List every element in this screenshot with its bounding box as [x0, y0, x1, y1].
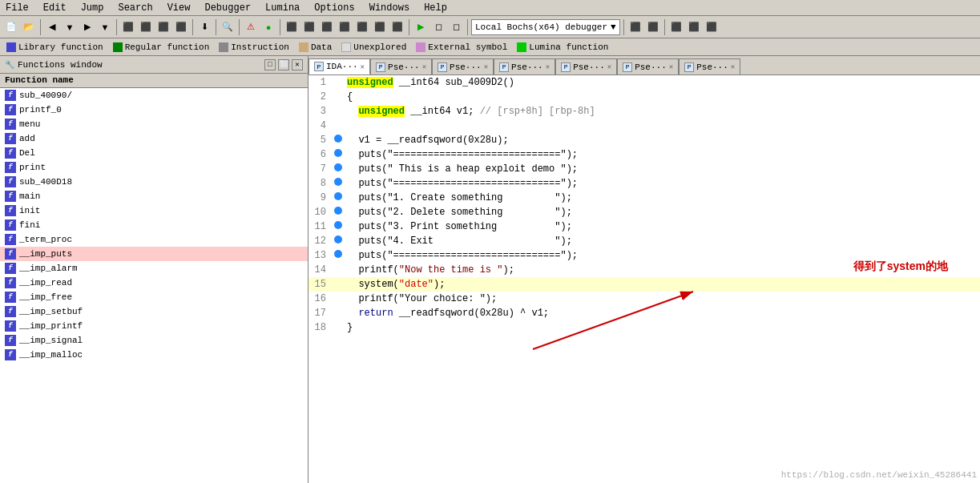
- function-list-item[interactable]: fsub_40090/: [0, 88, 308, 103]
- toolbar-debug4[interactable]: ⬛: [337, 18, 353, 36]
- menu-search[interactable]: Search: [115, 2, 155, 14]
- function-list-item[interactable]: f__imp_signal: [0, 333, 308, 348]
- function-icon: f: [5, 335, 16, 346]
- function-list-item[interactable]: f_term_proc: [0, 232, 308, 247]
- function-list-item[interactable]: fmain: [0, 189, 308, 203]
- tab-close-btn[interactable]: ✕: [422, 62, 426, 71]
- tab-close-btn[interactable]: ✕: [546, 62, 550, 71]
- breakpoint-cell[interactable]: [333, 147, 344, 162]
- function-list-item[interactable]: fsub_400D18: [0, 175, 308, 189]
- toolbar-btn3[interactable]: ⬛: [155, 18, 171, 36]
- breakpoint-cell[interactable]: [333, 90, 344, 104]
- tab-item[interactable]: PPse···✕: [617, 58, 679, 74]
- toolbar-extra1[interactable]: ⬛: [627, 18, 643, 36]
- breakpoint-cell[interactable]: [333, 75, 344, 90]
- toolbar-down[interactable]: ⬇: [196, 18, 212, 36]
- toolbar-extra5[interactable]: ⬛: [704, 18, 720, 36]
- menu-view[interactable]: View: [165, 2, 193, 14]
- breakpoint-cell[interactable]: [333, 119, 344, 133]
- breakpoint-cell[interactable]: [333, 162, 344, 176]
- tab-item[interactable]: PPse···✕: [370, 58, 432, 74]
- function-list-item[interactable]: fprintf_0: [0, 103, 308, 117]
- breakpoint-cell[interactable]: [333, 320, 344, 335]
- menu-options[interactable]: Options: [312, 2, 357, 14]
- function-list-item[interactable]: f__imp_free: [0, 290, 308, 304]
- panel-restore-btn[interactable]: □: [264, 59, 276, 70]
- panel-maximize-btn[interactable]: ⬜: [278, 59, 289, 70]
- menu-file[interactable]: File: [3, 2, 31, 14]
- toolbar-new[interactable]: 📄: [3, 18, 19, 36]
- function-list-item[interactable]: f__imp_setbuf: [0, 304, 308, 319]
- tab-close-btn[interactable]: ✕: [731, 62, 735, 71]
- function-list-item[interactable]: f__imp_printf: [0, 319, 308, 333]
- tab-close-btn[interactable]: ✕: [607, 62, 611, 71]
- toolbar-debug7[interactable]: ⬛: [389, 18, 405, 36]
- breakpoint-cell[interactable]: [333, 263, 344, 277]
- toolbar-btn4[interactable]: ⬛: [173, 18, 189, 36]
- toolbar-play[interactable]: ▶: [413, 18, 429, 36]
- toolbar-open[interactable]: 📂: [21, 18, 37, 36]
- tab-close-btn[interactable]: ✕: [484, 62, 488, 71]
- menu-edit[interactable]: Edit: [41, 2, 69, 14]
- breakpoint-cell[interactable]: [333, 306, 344, 320]
- toolbar-dropdown-back[interactable]: ▼: [62, 18, 78, 36]
- breakpoint-cell[interactable]: [333, 176, 344, 191]
- toolbar-debug2[interactable]: ⬛: [301, 18, 317, 36]
- toolbar-sep9: [623, 19, 624, 35]
- breakpoint-cell[interactable]: [333, 248, 344, 263]
- function-list-item[interactable]: fadd: [0, 131, 308, 146]
- legend-instruction-color: [219, 42, 228, 52]
- function-name: add: [19, 134, 35, 143]
- breakpoint-cell[interactable]: [333, 205, 344, 219]
- toolbar-debug1[interactable]: ⬛: [284, 18, 300, 36]
- tab-item[interactable]: PPse···✕: [555, 58, 617, 74]
- tab-item[interactable]: PPse···✕: [679, 58, 740, 74]
- menu-windows[interactable]: Windows: [367, 2, 412, 14]
- toolbar-back[interactable]: ◀: [44, 18, 60, 36]
- toolbar-search[interactable]: 🔍: [220, 18, 236, 36]
- function-list-item[interactable]: f__imp_puts: [0, 247, 308, 261]
- breakpoint-cell[interactable]: [333, 292, 344, 306]
- toolbar-extra3[interactable]: ⬛: [668, 18, 684, 36]
- function-name: __imp_malloc: [19, 350, 83, 360]
- toolbar-rect1[interactable]: ◻: [430, 18, 446, 36]
- toolbar-debug6[interactable]: ⬛: [372, 18, 388, 36]
- breakpoint-cell[interactable]: [333, 133, 344, 147]
- toolbar-rect2[interactable]: ◻: [448, 18, 464, 36]
- function-list-item[interactable]: f__imp_alarm: [0, 261, 308, 276]
- toolbar-alert[interactable]: ⚠: [243, 18, 259, 36]
- breakpoint-cell[interactable]: [333, 104, 344, 119]
- breakpoint-cell[interactable]: [333, 234, 344, 248]
- debugger-dropdown[interactable]: Local Bochs(x64) debugger ▼: [471, 19, 620, 35]
- function-list-item[interactable]: ffini: [0, 218, 308, 232]
- tab-item[interactable]: PPse···✕: [432, 58, 494, 74]
- tab-close-btn[interactable]: ✕: [669, 62, 673, 71]
- toolbar-btn1[interactable]: ⬛: [120, 18, 136, 36]
- function-list-item[interactable]: f__imp_read: [0, 276, 308, 290]
- toolbar-debug5[interactable]: ⬛: [354, 18, 370, 36]
- toolbar-forward[interactable]: ▶: [79, 18, 95, 36]
- menu-jump[interactable]: Jump: [79, 2, 107, 14]
- breakpoint-cell[interactable]: [333, 277, 344, 292]
- tab-item[interactable]: PIDA···✕: [309, 58, 370, 74]
- breakpoint-cell[interactable]: [333, 191, 344, 205]
- toolbar-extra2[interactable]: ⬛: [645, 18, 661, 36]
- toolbar-debug3[interactable]: ⬛: [319, 18, 335, 36]
- tab-item[interactable]: PPse···✕: [494, 58, 555, 74]
- breakpoint-cell[interactable]: [333, 219, 344, 234]
- function-list-item[interactable]: fmenu: [0, 117, 308, 131]
- toolbar-green[interactable]: ●: [260, 18, 276, 36]
- menu-debugger[interactable]: Debugger: [202, 2, 253, 14]
- toolbar-extra4[interactable]: ⬛: [686, 18, 702, 36]
- function-list-item[interactable]: finit: [0, 203, 308, 218]
- panel-close-btn[interactable]: ✕: [292, 59, 303, 70]
- tab-close-btn[interactable]: ✕: [361, 62, 365, 71]
- toolbar-btn2[interactable]: ⬛: [138, 18, 154, 36]
- toolbar-dropdown-fwd[interactable]: ▼: [97, 18, 113, 36]
- function-list-item[interactable]: fDel: [0, 146, 308, 160]
- code-content[interactable]: 1unsigned __int64 sub_4009D2()2{3 unsign…: [309, 75, 980, 483]
- menu-lumina[interactable]: Lumina: [263, 2, 302, 14]
- function-list-item[interactable]: fprint: [0, 160, 308, 175]
- menu-help[interactable]: Help: [421, 2, 450, 14]
- function-list-item[interactable]: f__imp_malloc: [0, 348, 308, 362]
